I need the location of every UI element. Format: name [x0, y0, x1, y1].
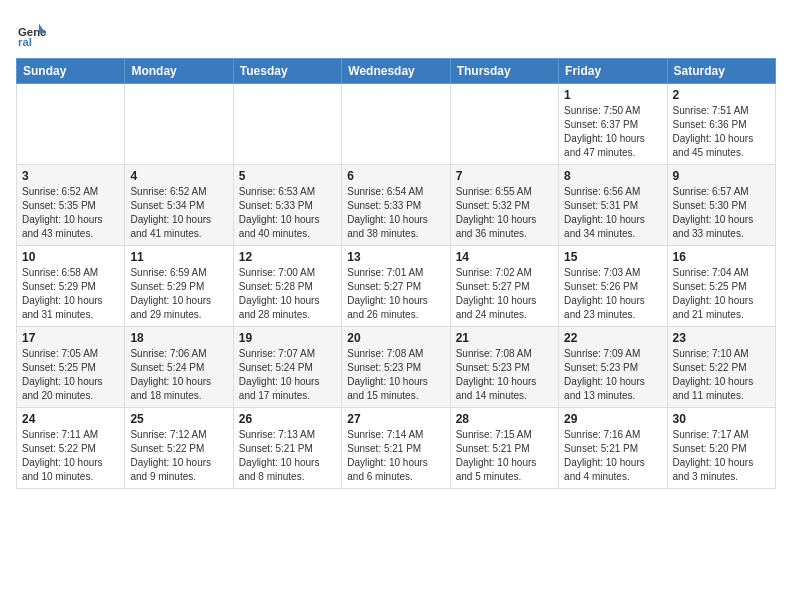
day-info: Sunrise: 7:00 AM Sunset: 5:28 PM Dayligh…	[239, 266, 336, 322]
day-cell: 29Sunrise: 7:16 AM Sunset: 5:21 PM Dayli…	[559, 408, 667, 489]
day-cell: 16Sunrise: 7:04 AM Sunset: 5:25 PM Dayli…	[667, 246, 775, 327]
day-cell	[450, 84, 558, 165]
day-number: 7	[456, 169, 553, 183]
day-cell: 22Sunrise: 7:09 AM Sunset: 5:23 PM Dayli…	[559, 327, 667, 408]
day-number: 23	[673, 331, 770, 345]
day-info: Sunrise: 7:07 AM Sunset: 5:24 PM Dayligh…	[239, 347, 336, 403]
day-number: 17	[22, 331, 119, 345]
day-info: Sunrise: 7:05 AM Sunset: 5:25 PM Dayligh…	[22, 347, 119, 403]
day-cell	[233, 84, 341, 165]
weekday-header-row: SundayMondayTuesdayWednesdayThursdayFrid…	[17, 59, 776, 84]
day-number: 16	[673, 250, 770, 264]
day-number: 27	[347, 412, 444, 426]
week-row-2: 3Sunrise: 6:52 AM Sunset: 5:35 PM Daylig…	[17, 165, 776, 246]
day-number: 24	[22, 412, 119, 426]
day-cell: 21Sunrise: 7:08 AM Sunset: 5:23 PM Dayli…	[450, 327, 558, 408]
day-number: 9	[673, 169, 770, 183]
day-cell: 17Sunrise: 7:05 AM Sunset: 5:25 PM Dayli…	[17, 327, 125, 408]
day-info: Sunrise: 7:06 AM Sunset: 5:24 PM Dayligh…	[130, 347, 227, 403]
weekday-header-wednesday: Wednesday	[342, 59, 450, 84]
day-cell: 3Sunrise: 6:52 AM Sunset: 5:35 PM Daylig…	[17, 165, 125, 246]
day-cell: 6Sunrise: 6:54 AM Sunset: 5:33 PM Daylig…	[342, 165, 450, 246]
day-cell: 12Sunrise: 7:00 AM Sunset: 5:28 PM Dayli…	[233, 246, 341, 327]
day-cell: 1Sunrise: 7:50 AM Sunset: 6:37 PM Daylig…	[559, 84, 667, 165]
day-info: Sunrise: 7:02 AM Sunset: 5:27 PM Dayligh…	[456, 266, 553, 322]
day-cell: 30Sunrise: 7:17 AM Sunset: 5:20 PM Dayli…	[667, 408, 775, 489]
day-info: Sunrise: 6:56 AM Sunset: 5:31 PM Dayligh…	[564, 185, 661, 241]
day-number: 28	[456, 412, 553, 426]
day-number: 20	[347, 331, 444, 345]
day-number: 2	[673, 88, 770, 102]
weekday-header-friday: Friday	[559, 59, 667, 84]
day-info: Sunrise: 7:15 AM Sunset: 5:21 PM Dayligh…	[456, 428, 553, 484]
day-info: Sunrise: 6:58 AM Sunset: 5:29 PM Dayligh…	[22, 266, 119, 322]
day-cell: 26Sunrise: 7:13 AM Sunset: 5:21 PM Dayli…	[233, 408, 341, 489]
day-cell: 27Sunrise: 7:14 AM Sunset: 5:21 PM Dayli…	[342, 408, 450, 489]
day-info: Sunrise: 7:10 AM Sunset: 5:22 PM Dayligh…	[673, 347, 770, 403]
week-row-5: 24Sunrise: 7:11 AM Sunset: 5:22 PM Dayli…	[17, 408, 776, 489]
day-info: Sunrise: 7:09 AM Sunset: 5:23 PM Dayligh…	[564, 347, 661, 403]
svg-text:ral: ral	[18, 36, 32, 48]
day-number: 14	[456, 250, 553, 264]
week-row-3: 10Sunrise: 6:58 AM Sunset: 5:29 PM Dayli…	[17, 246, 776, 327]
weekday-header-tuesday: Tuesday	[233, 59, 341, 84]
day-info: Sunrise: 7:03 AM Sunset: 5:26 PM Dayligh…	[564, 266, 661, 322]
day-number: 18	[130, 331, 227, 345]
logo: Gene ral	[16, 20, 46, 48]
day-info: Sunrise: 7:01 AM Sunset: 5:27 PM Dayligh…	[347, 266, 444, 322]
day-number: 11	[130, 250, 227, 264]
day-cell: 2Sunrise: 7:51 AM Sunset: 6:36 PM Daylig…	[667, 84, 775, 165]
day-cell: 8Sunrise: 6:56 AM Sunset: 5:31 PM Daylig…	[559, 165, 667, 246]
day-info: Sunrise: 7:11 AM Sunset: 5:22 PM Dayligh…	[22, 428, 119, 484]
day-info: Sunrise: 7:08 AM Sunset: 5:23 PM Dayligh…	[347, 347, 444, 403]
day-cell: 20Sunrise: 7:08 AM Sunset: 5:23 PM Dayli…	[342, 327, 450, 408]
weekday-header-sunday: Sunday	[17, 59, 125, 84]
day-info: Sunrise: 6:55 AM Sunset: 5:32 PM Dayligh…	[456, 185, 553, 241]
weekday-header-saturday: Saturday	[667, 59, 775, 84]
day-cell: 23Sunrise: 7:10 AM Sunset: 5:22 PM Dayli…	[667, 327, 775, 408]
day-number: 19	[239, 331, 336, 345]
day-number: 12	[239, 250, 336, 264]
day-cell: 28Sunrise: 7:15 AM Sunset: 5:21 PM Dayli…	[450, 408, 558, 489]
day-cell: 18Sunrise: 7:06 AM Sunset: 5:24 PM Dayli…	[125, 327, 233, 408]
weekday-header-thursday: Thursday	[450, 59, 558, 84]
day-info: Sunrise: 6:54 AM Sunset: 5:33 PM Dayligh…	[347, 185, 444, 241]
weekday-header-monday: Monday	[125, 59, 233, 84]
day-number: 10	[22, 250, 119, 264]
day-cell: 25Sunrise: 7:12 AM Sunset: 5:22 PM Dayli…	[125, 408, 233, 489]
header: Gene ral	[16, 16, 776, 48]
day-cell: 4Sunrise: 6:52 AM Sunset: 5:34 PM Daylig…	[125, 165, 233, 246]
day-cell: 14Sunrise: 7:02 AM Sunset: 5:27 PM Dayli…	[450, 246, 558, 327]
day-info: Sunrise: 7:16 AM Sunset: 5:21 PM Dayligh…	[564, 428, 661, 484]
week-row-1: 1Sunrise: 7:50 AM Sunset: 6:37 PM Daylig…	[17, 84, 776, 165]
day-number: 30	[673, 412, 770, 426]
day-info: Sunrise: 7:14 AM Sunset: 5:21 PM Dayligh…	[347, 428, 444, 484]
day-number: 5	[239, 169, 336, 183]
day-info: Sunrise: 7:04 AM Sunset: 5:25 PM Dayligh…	[673, 266, 770, 322]
day-info: Sunrise: 6:59 AM Sunset: 5:29 PM Dayligh…	[130, 266, 227, 322]
day-number: 13	[347, 250, 444, 264]
day-number: 21	[456, 331, 553, 345]
day-cell: 24Sunrise: 7:11 AM Sunset: 5:22 PM Dayli…	[17, 408, 125, 489]
day-info: Sunrise: 6:52 AM Sunset: 5:35 PM Dayligh…	[22, 185, 119, 241]
day-number: 3	[22, 169, 119, 183]
day-number: 22	[564, 331, 661, 345]
day-cell	[17, 84, 125, 165]
day-number: 25	[130, 412, 227, 426]
day-info: Sunrise: 6:52 AM Sunset: 5:34 PM Dayligh…	[130, 185, 227, 241]
logo-icon: Gene ral	[18, 20, 46, 48]
week-row-4: 17Sunrise: 7:05 AM Sunset: 5:25 PM Dayli…	[17, 327, 776, 408]
day-number: 1	[564, 88, 661, 102]
day-cell: 11Sunrise: 6:59 AM Sunset: 5:29 PM Dayli…	[125, 246, 233, 327]
day-cell: 5Sunrise: 6:53 AM Sunset: 5:33 PM Daylig…	[233, 165, 341, 246]
day-cell: 19Sunrise: 7:07 AM Sunset: 5:24 PM Dayli…	[233, 327, 341, 408]
day-info: Sunrise: 7:13 AM Sunset: 5:21 PM Dayligh…	[239, 428, 336, 484]
day-cell: 9Sunrise: 6:57 AM Sunset: 5:30 PM Daylig…	[667, 165, 775, 246]
day-cell	[342, 84, 450, 165]
day-info: Sunrise: 7:12 AM Sunset: 5:22 PM Dayligh…	[130, 428, 227, 484]
day-number: 29	[564, 412, 661, 426]
day-info: Sunrise: 7:51 AM Sunset: 6:36 PM Dayligh…	[673, 104, 770, 160]
day-info: Sunrise: 6:57 AM Sunset: 5:30 PM Dayligh…	[673, 185, 770, 241]
day-cell: 13Sunrise: 7:01 AM Sunset: 5:27 PM Dayli…	[342, 246, 450, 327]
day-cell: 7Sunrise: 6:55 AM Sunset: 5:32 PM Daylig…	[450, 165, 558, 246]
